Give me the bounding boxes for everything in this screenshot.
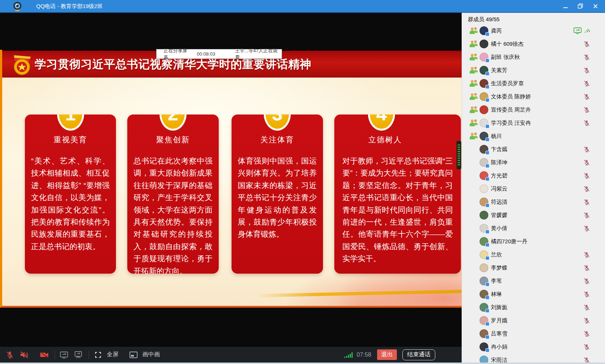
member-list: 龚芮: [462, 24, 605, 363]
pip-label: 画中画: [142, 351, 160, 359]
member-row[interactable]: 李苇: [462, 274, 605, 288]
qq-call-app-icon: [12, 1, 22, 11]
pip-button[interactable]: 画中画: [128, 349, 169, 360]
share-status-text: 正在分享屏幕: [164, 48, 192, 61]
share-viewers-text: 王宇...等47人正在观看: [235, 48, 282, 61]
slide-card-1: 1 重视美育 “美术、艺术、科学、技术相辅相成、相互促进、相得益彰” “要增强文…: [25, 115, 116, 274]
card-heading: 聚焦创新: [127, 135, 219, 145]
member-name: 林琳: [491, 291, 502, 298]
slide-body: 1 重视美育 “美术、艺术、科学、技术相辅相成、相互促进、相得益彰” “要增强文…: [2, 78, 462, 308]
member-row[interactable]: 宣传委员 周芷卉: [462, 103, 605, 116]
member-row[interactable]: 冯紫云: [462, 182, 605, 195]
member-name: 文体委员 陈静娇: [491, 93, 531, 100]
group-member-icon: [469, 40, 478, 48]
member-name: 龚芮: [491, 27, 502, 34]
device-badge-icon: [485, 348, 489, 352]
member-row[interactable]: 文体委员 陈静娇: [462, 90, 605, 103]
device-badge-icon: [485, 98, 489, 102]
mic-muted-icon: [583, 211, 590, 219]
avatar: [480, 171, 488, 180]
mic-muted-icon: [583, 106, 590, 113]
member-row[interactable]: 学习委员 汪安冉: [462, 116, 605, 130]
member-row[interactable]: 副班 张庆秋: [462, 50, 605, 64]
camera-muted-icon[interactable]: [39, 349, 50, 360]
avatar: [480, 303, 488, 312]
member-row[interactable]: 宋雨洁: [462, 353, 605, 363]
member-row[interactable]: 管媛媛: [462, 209, 605, 222]
card-heading: 关注体育: [232, 135, 323, 145]
pip-icon: [128, 349, 139, 360]
mic-muted-icon: [583, 330, 590, 337]
member-row[interactable]: 橘四720唐一丹: [462, 235, 605, 248]
device-badge-icon: [485, 85, 489, 89]
card-body-text: 体育强则中国强，国运兴则体育兴。为了培养国家未来的栋梁，习近平总书记十分关注青少…: [232, 155, 323, 240]
device-badge-icon: [485, 59, 489, 63]
avatar: [480, 79, 488, 88]
avatar: [480, 237, 488, 246]
member-row[interactable]: 卞含嫣: [462, 143, 605, 156]
mic-muted-icon: [583, 304, 590, 311]
card-body-text: 对于教师，习近平总书记强调“三要”：要成为大先生；要研究真问题；要坚定信念。对于…: [334, 155, 461, 265]
restore-button[interactable]: [573, 0, 588, 12]
avatar: [480, 119, 488, 127]
avatar: [480, 40, 488, 48]
card-heading: 重视美育: [25, 135, 116, 145]
member-row[interactable]: 冉小娟: [462, 340, 605, 353]
speaker-muted-icon[interactable]: [19, 349, 30, 360]
member-row[interactable]: 关素芳: [462, 64, 605, 77]
avatar: [480, 132, 488, 140]
member-row[interactable]: 橘十 609徐杰: [462, 37, 605, 50]
mic-muted-icon: [583, 67, 590, 74]
window-title: QQ电话 - 教育学部19级2班: [36, 0, 103, 12]
member-row[interactable]: 兰欣: [462, 248, 605, 261]
mic-muted-icon: [583, 40, 590, 48]
close-button[interactable]: [588, 0, 603, 12]
share-timer: 00:08:03: [197, 51, 215, 57]
card-body-text: “美术、艺术、科学、技术相辅相成、相互促进、相得益彰” “要增强文化自信，以美为…: [25, 155, 116, 252]
member-row[interactable]: 龚芮: [462, 24, 605, 37]
member-row[interactable]: 符远清: [462, 195, 605, 209]
fullscreen-button[interactable]: 全屏: [93, 349, 128, 360]
panel-scrollbar-thumb[interactable]: [456, 141, 461, 169]
member-row[interactable]: 杨川: [462, 130, 605, 143]
youth-league-emblem-icon: [12, 55, 32, 76]
card-heading: 立德树人: [334, 135, 461, 145]
member-row[interactable]: 李梦蝶: [462, 261, 605, 274]
mic-muted-icon: [583, 251, 590, 258]
end-call-button[interactable]: 结束通话: [402, 349, 435, 360]
card-number-badge: 1: [57, 115, 84, 131]
signal-bars-icon: [344, 352, 353, 358]
member-name: 副班 张庆秋: [491, 54, 520, 61]
member-name: 刘旖旎: [491, 304, 507, 311]
device-badge-icon: [485, 230, 489, 234]
member-row[interactable]: 刘旖旎: [462, 301, 605, 314]
member-name: 橘十 609徐杰: [491, 41, 523, 48]
member-name: 学习委员 汪安冉: [491, 120, 531, 127]
exit-button[interactable]: 退出: [377, 349, 397, 360]
member-row[interactable]: 方光碧: [462, 169, 605, 182]
minimize-button[interactable]: [558, 0, 573, 12]
screen-share-icon[interactable]: [59, 349, 69, 360]
member-row[interactable]: 生活委员罗章: [462, 77, 605, 90]
member-name: 罗月娥: [491, 317, 507, 324]
member-name: 管媛媛: [491, 212, 507, 219]
member-name: 李苇: [491, 278, 502, 285]
device-badge-icon: [485, 309, 489, 313]
avatar: [480, 53, 488, 61]
whiteboard-icon[interactable]: [73, 349, 84, 360]
group-member-icon: [469, 66, 478, 74]
member-row[interactable]: 吕寒雪: [462, 327, 605, 340]
presentation-slide: 学习贯彻习近平总书记视察清华大学时的重要讲话精神 1 重视美育 “美术、艺术、科…: [0, 50, 462, 308]
member-row[interactable]: 黄小倩: [462, 222, 605, 235]
member-row[interactable]: 陈泽坤: [462, 156, 605, 169]
mic-muted-icon[interactable]: [4, 349, 15, 360]
member-row[interactable]: 林琳: [462, 288, 605, 301]
device-badge-icon: [485, 72, 489, 76]
screen-share-status-banner: 正在分享屏幕 00:08:03 王宇...等47人正在观看: [156, 49, 282, 59]
device-badge-icon: [485, 164, 489, 168]
mic-muted-icon: [583, 198, 590, 206]
member-row[interactable]: 罗月娥: [462, 314, 605, 327]
group-member-icon: [469, 27, 478, 35]
member-name: 兰欣: [491, 251, 502, 258]
device-badge-icon: [485, 151, 489, 155]
